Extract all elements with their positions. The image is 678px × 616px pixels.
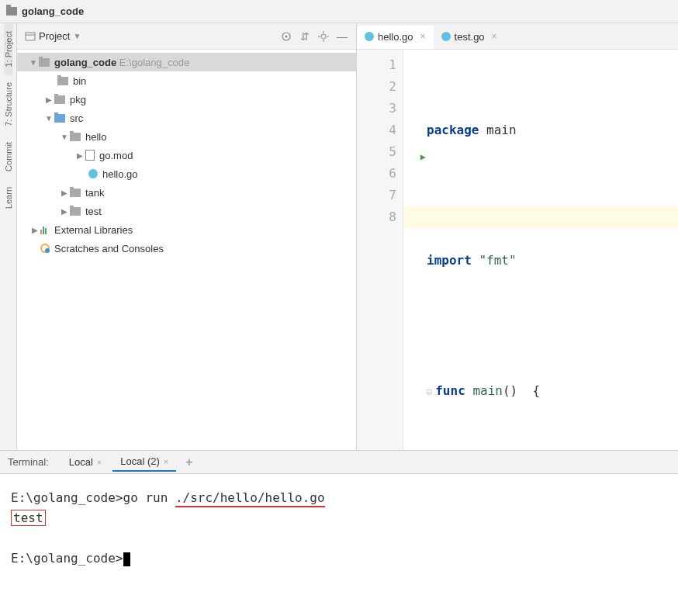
expand-arrow-icon[interactable]: ▶ — [59, 207, 70, 216]
tree-item-scratches[interactable]: Scratches and Consoles — [17, 239, 356, 258]
tab-label: Local (2) — [120, 455, 160, 467]
svg-rect-0 — [26, 33, 35, 40]
tree-root[interactable]: ▼ golang_code E:\golang_code — [17, 53, 356, 71]
rail-learn[interactable]: Learn — [4, 179, 13, 216]
tree-root-path: E:\golang_code — [119, 57, 189, 68]
locate-icon[interactable] — [280, 30, 292, 43]
folder-icon — [54, 95, 65, 104]
code-text: fmt.Println( — [427, 448, 554, 450]
go-file-icon — [441, 32, 451, 41]
close-tab-icon[interactable]: × — [164, 457, 168, 466]
expand-arrow-icon[interactable]: ▼ — [43, 114, 54, 123]
tree-item-external[interactable]: ▶ External Libraries — [17, 220, 356, 239]
breadcrumb-bar: golang_code — [0, 0, 678, 23]
term-text-highlight: ./src/hello/hello.go — [175, 490, 325, 507]
expand-all-icon[interactable]: ⇵ — [299, 30, 311, 43]
term-output-boxed: test — [11, 510, 46, 526]
code-body[interactable]: package main import "fmt" ⊟func main() {… — [403, 50, 678, 450]
terminal-panel: Terminal: Local × Local (2) × + E:\golan… — [0, 450, 678, 583]
libraries-icon — [40, 225, 50, 234]
current-line-highlight — [403, 206, 678, 228]
tree-label: tank — [85, 187, 105, 199]
tree-item-src[interactable]: ▼ src — [17, 109, 356, 127]
tree-item-bin[interactable]: bin — [17, 71, 356, 90]
tree-label: Scratches and Consoles — [54, 243, 164, 254]
project-view-selector[interactable]: Project ▼ — [25, 30, 81, 42]
term-text: E:\golang_code>go run — [11, 490, 175, 505]
settings-gear-icon[interactable] — [317, 30, 330, 43]
project-view-label: Project — [39, 30, 70, 42]
tree-item-test[interactable]: ▶ test — [17, 202, 356, 220]
expand-arrow-icon[interactable]: ▼ — [59, 133, 70, 141]
scratches-icon — [40, 244, 50, 253]
tree-label: hello — [85, 131, 106, 143]
code-keyword: package — [427, 123, 486, 137]
folder-icon — [39, 58, 50, 67]
tab-label: test.go — [455, 31, 485, 43]
tree-label: External Libraries — [54, 224, 133, 236]
fold-icon[interactable]: ⊟ — [427, 386, 432, 397]
new-terminal-button[interactable]: + — [179, 455, 199, 469]
terminal-cursor — [123, 552, 130, 566]
folder-icon — [57, 77, 68, 85]
code-editor[interactable]: 1 2 3 4 5▶ 6 7 8 package main import "fm… — [357, 50, 678, 450]
tree-item-gomod[interactable]: ▶ go.mod — [17, 146, 356, 164]
folder-icon — [70, 189, 81, 197]
editor-tab-hello[interactable]: hello.go × — [357, 26, 434, 49]
left-tool-rail: 1: Project 7: Structure Commit Learn — [0, 23, 17, 450]
term-prompt: E:\golang_code> — [11, 551, 123, 566]
code-ident: main — [486, 123, 517, 137]
folder-icon — [70, 133, 81, 141]
code-string: "test") — [576, 448, 636, 450]
terminal-tab-local[interactable]: Local × — [61, 453, 110, 471]
editor-panel: hello.go × test.go × 1 2 3 4 5▶ 6 7 8 — [357, 23, 678, 450]
tree-label: go.mod — [99, 150, 133, 161]
rail-project[interactable]: 1: Project — [4, 23, 13, 74]
line-gutter: 1 2 3 4 5▶ 6 7 8 — [357, 50, 403, 450]
go-file-icon — [88, 169, 98, 178]
chevron-down-icon: ▼ — [73, 32, 81, 40]
project-panel-header: Project ▼ ⇵ — — [17, 23, 356, 50]
expand-arrow-icon[interactable]: ▶ — [29, 226, 40, 234]
editor-tab-test[interactable]: test.go × — [434, 26, 505, 49]
file-icon — [85, 150, 95, 161]
tree-item-hellogo[interactable]: hello.go — [17, 164, 356, 183]
folder-icon — [6, 7, 17, 16]
expand-arrow-icon[interactable]: ▶ — [74, 151, 85, 160]
tree-item-hello[interactable]: ▼ hello — [17, 127, 356, 146]
tree-item-tank[interactable]: ▶ tank — [17, 183, 356, 202]
project-view-icon — [25, 31, 36, 42]
folder-icon — [70, 207, 81, 216]
tree-label: src — [70, 112, 83, 124]
terminal-label: Terminal: — [8, 456, 49, 468]
tree-item-pkg[interactable]: ▶ pkg — [17, 90, 356, 109]
terminal-tab-local2[interactable]: Local (2) × — [112, 452, 176, 472]
rail-structure[interactable]: 7: Structure — [4, 74, 13, 134]
svg-point-3 — [285, 35, 288, 37]
expand-arrow-icon[interactable]: ▶ — [43, 95, 54, 104]
terminal-tab-bar: Terminal: Local × Local (2) × + — [0, 451, 678, 474]
close-tab-icon[interactable]: × — [97, 458, 102, 467]
code-func: main — [472, 383, 503, 398]
tree-label: hello.go — [102, 168, 138, 180]
go-file-icon — [365, 32, 374, 41]
close-tab-icon[interactable]: × — [420, 31, 426, 42]
terminal-output[interactable]: E:\golang_code>go run ./src/hello/hello.… — [0, 474, 678, 583]
tree-label: bin — [73, 75, 86, 87]
minimize-icon[interactable]: — — [336, 30, 348, 43]
code-string: "fmt" — [479, 253, 516, 268]
close-tab-icon[interactable]: × — [492, 31, 497, 42]
tree-root-name: golang_code — [54, 57, 116, 68]
editor-tab-bar: hello.go × test.go × — [357, 23, 678, 50]
expand-arrow-icon[interactable]: ▼ — [28, 58, 39, 67]
rail-commit[interactable]: Commit — [4, 134, 13, 179]
source-folder-icon — [54, 114, 65, 123]
tab-label: Local — [69, 456, 93, 468]
project-tree: ▼ golang_code E:\golang_code bin ▶ pkg ▼… — [17, 50, 356, 261]
code-keyword: import — [427, 253, 479, 268]
code-text: () { — [503, 383, 540, 398]
project-panel: Project ▼ ⇵ — ▼ golang_code E:\golang_co… — [17, 23, 357, 450]
expand-arrow-icon[interactable]: ▶ — [59, 189, 70, 197]
breadcrumb-project[interactable]: golang_code — [22, 5, 84, 17]
code-keyword: func — [435, 383, 472, 398]
